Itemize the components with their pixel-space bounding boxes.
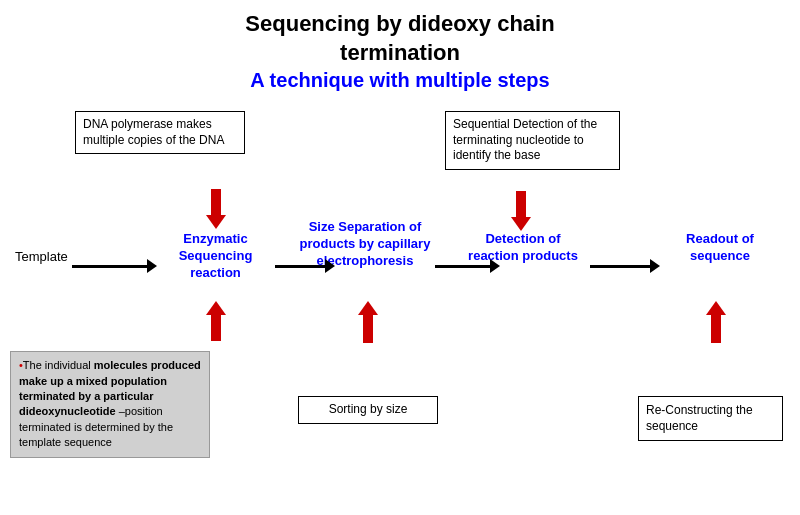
readout-label: Readout of sequence: [665, 231, 775, 265]
arrow-down-detection: [511, 191, 531, 231]
enzymatic-label: Enzymatic Sequencing reaction: [158, 231, 273, 282]
dna-polymerase-box: DNA polymerase makes multiple copies of …: [75, 111, 245, 154]
title-section: Sequencing by dideoxy chain termination …: [0, 0, 800, 96]
arrow-down-enzymatic: [206, 189, 226, 229]
sorting-box: Sorting by size: [298, 396, 438, 424]
re-constructing-box: Re-Constructing the sequence: [638, 396, 783, 441]
sequential-detection-box: Sequential Detection of the terminating …: [445, 111, 620, 170]
arrow-enzymatic-size: [275, 259, 335, 273]
arrow-detection-readout: [590, 259, 660, 273]
template-label: Template: [15, 249, 68, 264]
info-box: •The individual molecules produced make …: [10, 351, 210, 457]
arrow-up-readout: [706, 301, 726, 343]
arrow-up-size-sep: [358, 301, 378, 343]
arrow-up-enzymatic: [206, 301, 226, 341]
main-title: Sequencing by dideoxy chain termination: [0, 10, 800, 67]
arrow-size-detection: [435, 259, 500, 273]
diagram-area: DNA polymerase makes multiple copies of …: [0, 101, 800, 501]
arrow-template-enzymatic: [72, 259, 157, 273]
subtitle: A technique with multiple steps: [0, 69, 800, 92]
